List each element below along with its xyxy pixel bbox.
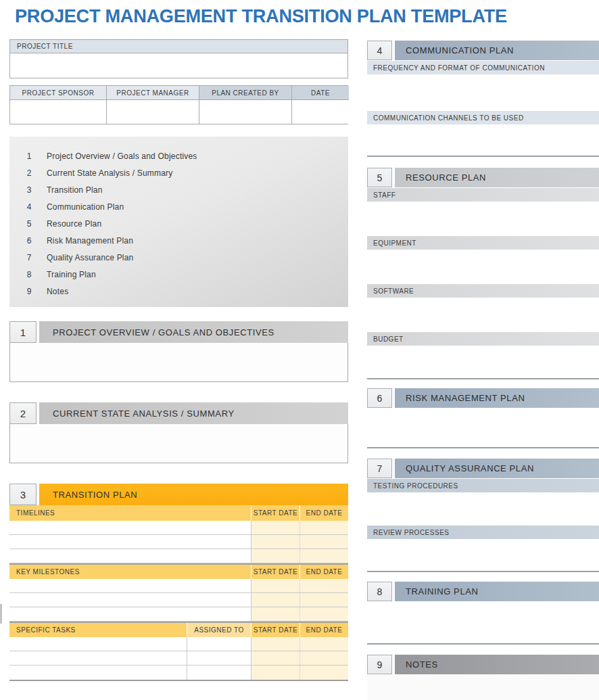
section-title: CURRENT STATE ANALYSIS / SUMMARY <box>39 402 348 424</box>
section-header: 4 COMMUNICATION PLAN <box>367 41 599 60</box>
end-date-field[interactable] <box>300 593 348 607</box>
training-plan-field[interactable] <box>367 601 599 643</box>
toc-item-number: 9 <box>20 287 38 296</box>
start-date-field[interactable] <box>251 666 300 680</box>
end-date-field[interactable] <box>300 579 348 592</box>
task-field[interactable] <box>9 666 187 680</box>
tasks-start-date-header: START DATE <box>251 623 300 637</box>
testing-procedures-header: TESTING PROCEDURES <box>367 479 599 492</box>
section-risk-management-plan: 6 RISK MANAGEMENT PLAN <box>367 388 599 448</box>
toc-item-number: 6 <box>20 236 38 246</box>
review-processes-field[interactable] <box>367 539 599 571</box>
tasks-label: SPECIFIC TASKS <box>9 623 187 637</box>
milestone-field[interactable] <box>9 579 251 592</box>
section-header: 3 TRANSITION PLAN <box>9 484 348 505</box>
project-manager-field[interactable] <box>107 100 199 124</box>
end-date-field[interactable] <box>300 651 348 665</box>
date-field[interactable] <box>292 100 349 124</box>
section-number: 4 <box>367 41 392 60</box>
section-title: RESOURCE PLAN <box>395 168 599 187</box>
assigned-to-field[interactable] <box>187 651 251 665</box>
start-date-field[interactable] <box>251 593 300 607</box>
end-date-field[interactable] <box>300 666 348 680</box>
section-header: 8 TRAINING PLAN <box>367 582 599 601</box>
toc-item-label: Training Plan <box>47 270 96 279</box>
toc-item: 6Risk Management Plan <box>9 232 348 249</box>
section-header: 2 CURRENT STATE ANALYSIS / SUMMARY <box>9 402 348 424</box>
end-date-field[interactable] <box>300 549 348 563</box>
project-overview-field[interactable] <box>9 343 348 382</box>
toc-item: 3Transition Plan <box>9 181 348 198</box>
software-field[interactable] <box>367 298 599 331</box>
end-date-field[interactable] <box>300 607 348 621</box>
start-date-field[interactable] <box>251 607 300 621</box>
timelines-start-date-header: START DATE <box>251 505 300 521</box>
project-sponsor-field[interactable] <box>10 100 107 124</box>
milestone-field[interactable] <box>9 593 251 607</box>
milestones-row <box>9 579 348 593</box>
tasks-assigned-to-header: ASSIGNED TO <box>187 623 251 637</box>
notes-field[interactable] <box>367 674 599 700</box>
timeline-field[interactable] <box>9 535 251 549</box>
start-date-field[interactable] <box>251 651 300 665</box>
frequency-format-field[interactable] <box>367 74 599 110</box>
timelines-row <box>9 535 348 549</box>
section-number: 7 <box>367 459 392 478</box>
start-date-field[interactable] <box>251 549 300 563</box>
timeline-field[interactable] <box>9 521 251 534</box>
col-header-date: DATE <box>292 86 349 100</box>
task-field[interactable] <box>9 637 187 651</box>
toc-item-number: 5 <box>20 219 38 229</box>
toc-item: 7Quality Assurance Plan <box>9 249 348 266</box>
end-date-field[interactable] <box>300 535 348 549</box>
toc-item: 5Resource Plan <box>9 215 348 232</box>
review-processes-header: REVIEW PROCESSES <box>367 526 599 539</box>
start-date-field[interactable] <box>251 579 300 592</box>
milestones-end-date-header: END DATE <box>300 565 348 579</box>
testing-procedures-field[interactable] <box>367 492 599 525</box>
section-project-overview: 1 PROJECT OVERVIEW / GOALS AND OBJECTIVE… <box>9 321 348 382</box>
equipment-header: EQUIPMENT <box>367 236 599 250</box>
assigned-to-field[interactable] <box>187 666 251 680</box>
toc-item-number: 3 <box>20 185 38 195</box>
toc-item-number: 2 <box>20 168 38 178</box>
start-date-field[interactable] <box>251 637 300 651</box>
communication-channels-field[interactable] <box>367 124 599 156</box>
assigned-to-field[interactable] <box>187 637 251 651</box>
section-header: 5 RESOURCE PLAN <box>367 168 599 187</box>
risk-management-field[interactable] <box>367 408 599 447</box>
toc-item-label: Transition Plan <box>47 185 103 195</box>
section-quality-assurance-plan: 7 QUALITY ASSURANCE PLAN TESTING PROCEDU… <box>367 459 599 572</box>
section-title: RISK MANAGEMENT PLAN <box>395 388 599 408</box>
start-date-field[interactable] <box>251 521 300 534</box>
task-field[interactable] <box>9 651 187 665</box>
milestones-row <box>9 593 348 607</box>
budget-header: BUDGET <box>367 332 599 346</box>
current-state-field[interactable] <box>9 424 348 463</box>
toc-item-number: 1 <box>20 151 38 161</box>
milestone-field[interactable] <box>9 607 251 621</box>
section-number: 6 <box>367 388 392 408</box>
section-transition-plan: 3 TRANSITION PLAN TIMELINES START DATE E… <box>9 484 348 681</box>
section-training-plan: 8 TRAINING PLAN <box>367 582 599 645</box>
start-date-field[interactable] <box>251 535 300 549</box>
milestones-header-row: KEY MILESTONES START DATE END DATE <box>9 563 348 579</box>
timeline-field[interactable] <box>9 549 251 563</box>
section-header: 9 NOTES <box>367 655 599 674</box>
staff-field[interactable] <box>367 202 599 235</box>
timelines-row <box>9 549 348 563</box>
section-title: NOTES <box>395 655 599 674</box>
budget-field[interactable] <box>367 346 599 378</box>
project-title-field[interactable] <box>10 53 348 78</box>
tasks-end-date-header: END DATE <box>300 623 348 637</box>
section-communication-plan: 4 COMMUNICATION PLAN FREQUENCY AND FORMA… <box>367 41 599 157</box>
equipment-field[interactable] <box>367 250 599 283</box>
end-date-field[interactable] <box>300 521 348 534</box>
section-header: 1 PROJECT OVERVIEW / GOALS AND OBJECTIVE… <box>9 321 348 343</box>
toc-item-label: Risk Management Plan <box>47 236 133 246</box>
end-date-field[interactable] <box>300 637 348 651</box>
plan-created-by-field[interactable] <box>199 100 292 124</box>
toc-item-number: 8 <box>20 270 38 279</box>
toc-item-label: Notes <box>47 287 68 296</box>
toc-item-label: Quality Assurance Plan <box>47 253 133 262</box>
